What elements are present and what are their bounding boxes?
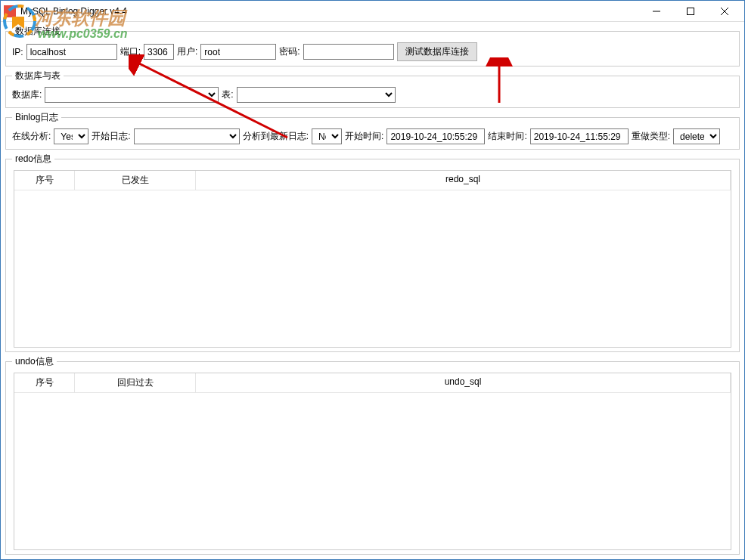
minimize-icon xyxy=(653,8,660,15)
redo-col-sql[interactable]: redo_sql xyxy=(196,171,731,190)
db-table-legend: 数据库与表 xyxy=(12,70,64,82)
user-input[interactable] xyxy=(200,44,276,60)
table-select[interactable] xyxy=(237,87,396,103)
user-label: 用户: xyxy=(177,45,197,58)
minimize-button[interactable] xyxy=(639,1,673,22)
binlog-group: Binlog日志 在线分析: Yes 开始日志: 分析到最新日志: No 开始时… xyxy=(5,111,740,150)
app-icon xyxy=(4,5,16,17)
titlebar: MySQL Binlog Digger v4.4 xyxy=(1,1,744,22)
ip-label: IP: xyxy=(12,47,23,57)
password-label: 密码: xyxy=(279,45,300,58)
redo-col-seq[interactable]: 序号 xyxy=(14,171,75,190)
maximize-button[interactable] xyxy=(673,1,707,22)
analyze-latest-select[interactable]: No xyxy=(312,128,342,144)
end-time-label: 结束时间: xyxy=(488,130,526,143)
undo-col-seq[interactable]: 序号 xyxy=(14,373,75,392)
database-select[interactable] xyxy=(45,87,219,103)
start-time-label: 开始时间: xyxy=(345,130,383,143)
redo-group: redo信息 序号 已发生 redo_sql xyxy=(5,153,740,352)
database-label: 数据库: xyxy=(12,88,42,101)
undo-table-header: 序号 回归过去 undo_sql xyxy=(14,373,731,393)
maximize-icon xyxy=(687,8,694,15)
start-log-label: 开始日志: xyxy=(92,130,130,143)
db-connect-legend: 数据库连接 xyxy=(12,25,64,38)
redo-table-body[interactable] xyxy=(14,190,731,367)
redo-type-select[interactable]: delete xyxy=(673,128,720,144)
redo-table: 序号 已发生 redo_sql xyxy=(14,170,731,348)
ip-input[interactable] xyxy=(26,44,117,60)
redo-type-label: 重做类型: xyxy=(632,130,670,143)
close-button[interactable] xyxy=(707,1,741,22)
redo-legend: redo信息 xyxy=(12,153,54,166)
online-analysis-select[interactable]: Yes xyxy=(54,128,88,144)
online-analysis-label: 在线分析: xyxy=(12,130,51,143)
password-input[interactable] xyxy=(303,44,394,60)
undo-group: undo信息 序号 回归过去 undo_sql xyxy=(5,355,740,555)
binlog-legend: Binlog日志 xyxy=(12,111,61,124)
app-window: MySQL Binlog Digger v4.4 数据库连接 IP: 端口: 用… xyxy=(0,0,745,560)
port-label: 端口: xyxy=(120,45,141,58)
db-table-group: 数据库与表 数据库: 表: xyxy=(5,70,740,108)
undo-table-body[interactable] xyxy=(14,393,731,560)
end-time-input[interactable] xyxy=(530,128,629,144)
redo-table-header: 序号 已发生 redo_sql xyxy=(14,171,731,190)
port-input[interactable] xyxy=(144,44,174,60)
start-log-select[interactable] xyxy=(134,128,240,144)
db-connect-group: 数据库连接 IP: 端口: 用户: 密码: 测试数据库连接 xyxy=(5,25,740,67)
analyze-latest-label: 分析到最新日志: xyxy=(243,130,309,143)
close-icon xyxy=(721,8,728,15)
svg-rect-1 xyxy=(687,8,694,14)
table-label: 表: xyxy=(222,88,233,101)
undo-col-time[interactable]: 回归过去 xyxy=(75,373,196,392)
redo-col-time[interactable]: 已发生 xyxy=(75,171,196,190)
undo-table: 序号 回归过去 undo_sql xyxy=(14,373,731,550)
undo-col-sql[interactable]: undo_sql xyxy=(196,373,731,392)
window-title: MySQL Binlog Digger v4.4 xyxy=(20,6,127,17)
test-db-button[interactable]: 测试数据库连接 xyxy=(397,42,477,61)
start-time-input[interactable] xyxy=(386,128,485,144)
undo-legend: undo信息 xyxy=(12,355,57,368)
